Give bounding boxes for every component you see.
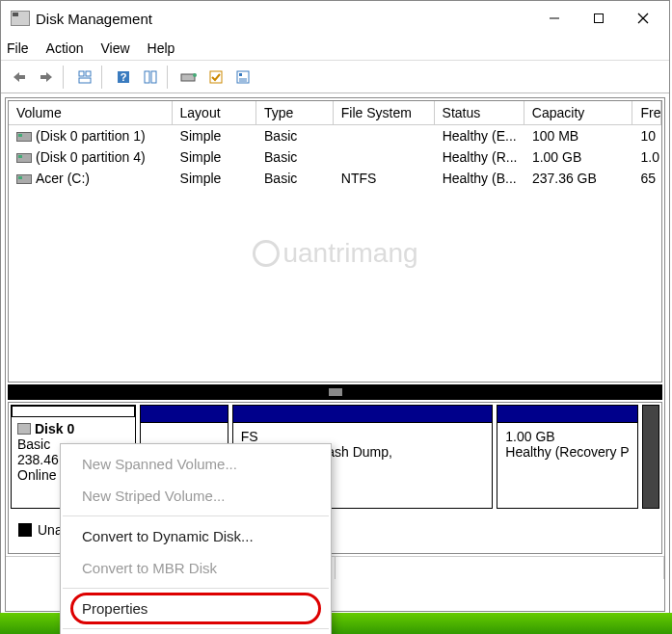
volume-icon [16,174,32,184]
tree-view-icon[interactable] [72,65,97,90]
svg-rect-15 [239,73,242,76]
col-free[interactable]: Fre [632,101,661,124]
col-capacity[interactable]: Capacity [524,101,633,124]
svg-rect-1 [595,14,604,23]
check-icon[interactable] [203,65,228,90]
disk-icon [17,423,31,435]
legend-swatch-unallocated [18,523,32,537]
scrollbar[interactable] [642,405,659,509]
menu-view[interactable]: View [100,40,129,56]
svg-rect-10 [151,71,156,83]
titlebar: Disk Management [1,1,669,36]
col-layout[interactable]: Layout [173,101,256,124]
svg-rect-9 [145,71,149,83]
app-icon [11,11,30,26]
volume-table: Volume Layout Type File System Status Ca… [8,100,662,383]
col-type[interactable]: Type [256,101,334,124]
volume-icon [16,132,32,142]
svg-point-12 [193,73,197,77]
partition-3[interactable]: 1.00 GB Healthy (Recovery P [497,405,638,509]
ctx-convert-mbr: Convert to MBR Disk [61,552,331,584]
ctx-new-spanned: New Spanned Volume... [61,448,331,480]
close-button[interactable] [621,3,665,34]
svg-rect-5 [86,71,91,76]
table-body: (Disk 0 partition 1) Simple Basic Health… [9,125,661,382]
help-icon[interactable]: ? [111,65,136,90]
maximize-button[interactable] [577,3,621,34]
ctx-properties[interactable]: Properties [61,593,331,624]
splitter[interactable] [8,384,662,400]
ctx-new-striped: New Striped Volume... [61,480,331,512]
svg-rect-11 [181,74,195,81]
legend-label-unallocated: Una [38,522,63,538]
table-row[interactable]: (Disk 0 partition 4) Simple Basic Health… [9,146,661,168]
window-title: Disk Management [36,11,532,27]
volume-icon [16,153,32,163]
minimize-button[interactable] [532,3,577,34]
svg-text:?: ? [121,71,127,83]
context-menu: New Spanned Volume... New Striped Volume… [60,443,332,634]
menu-action[interactable]: Action [46,40,84,56]
details-icon[interactable] [138,65,163,90]
watermark: uantrimang [252,238,417,269]
properties-icon[interactable] [230,65,255,90]
disk-icon[interactable] [176,65,202,90]
table-header: Volume Layout Type File System Status Ca… [9,101,661,125]
table-row[interactable]: (Disk 0 partition 1) Simple Basic Health… [9,125,661,146]
forward-button[interactable] [34,65,59,90]
col-filesystem[interactable]: File System [334,101,435,124]
svg-rect-13 [210,71,222,83]
col-status[interactable]: Status [435,101,524,124]
svg-rect-4 [79,71,84,76]
svg-rect-6 [79,78,91,83]
col-volume[interactable]: Volume [9,101,173,124]
table-row[interactable]: Acer (C:) Simple Basic NTFS Healthy (B..… [9,168,661,189]
menu-help[interactable]: Help [148,40,175,56]
menu-file[interactable]: File [7,40,29,56]
toolbar: ? [1,61,669,93]
back-button[interactable] [7,65,32,90]
ctx-convert-dynamic[interactable]: Convert to Dynamic Disk... [61,520,331,552]
menubar: File Action View Help [1,36,669,61]
